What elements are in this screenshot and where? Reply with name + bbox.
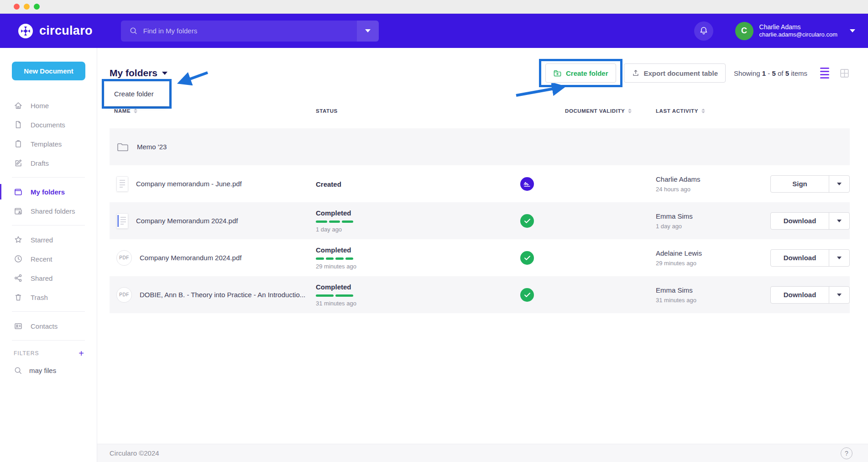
sidebar-divider <box>12 177 85 178</box>
download-button[interactable]: Download <box>771 287 829 303</box>
grid-view-button[interactable] <box>839 68 850 79</box>
sidebar-divider <box>12 225 85 226</box>
window-close-button[interactable] <box>14 4 20 10</box>
search-icon <box>129 26 138 35</box>
sidebar-item-documents[interactable]: Documents <box>0 115 97 134</box>
download-button[interactable]: Download <box>771 213 829 229</box>
export-icon <box>632 69 640 77</box>
table-row-document[interactable]: PDF Company Memorandum 2024.pdf Complete… <box>110 239 850 276</box>
create-folder-menu-item[interactable]: Create folder <box>105 82 169 106</box>
action-menu-button[interactable] <box>829 287 849 303</box>
check-icon <box>524 218 531 224</box>
action-split-button: Download <box>770 286 850 304</box>
status-time: 31 minutes ago <box>316 300 356 307</box>
action-menu-button[interactable] <box>829 250 849 266</box>
table-row-document[interactable]: PDF DOBIE, Ann B. - Theory into Practice… <box>110 276 850 313</box>
column-header-last-activity[interactable]: LAST ACTIVITY <box>656 108 705 114</box>
valid-check-icon <box>520 214 534 228</box>
workflow-progress-bar <box>316 294 353 297</box>
toolbar-actions: Create folder Export document table Show… <box>539 59 850 87</box>
user-email: charlie.adams@circularo.com <box>759 31 837 38</box>
sidebar-item-contacts[interactable]: Contacts <box>0 316 97 336</box>
sidebar-item-label: Recent <box>31 255 52 263</box>
folder-icon <box>116 142 129 152</box>
sidebar-item-templates[interactable]: Templates <box>0 134 97 153</box>
id-card-icon <box>14 321 23 331</box>
search-icon <box>14 366 22 375</box>
sidebar-item-trash[interactable]: Trash <box>0 288 97 307</box>
chevron-down-icon <box>365 29 371 32</box>
page-title-dropdown[interactable]: My folders <box>110 68 167 79</box>
check-icon <box>524 255 531 261</box>
activity-user: Adelaine Lewis <box>656 249 702 257</box>
activity-user: Emma Sims <box>656 286 696 294</box>
document-preview-icon <box>116 213 128 229</box>
status-cell: Completed 29 minutes ago <box>316 246 356 270</box>
pdf-file-icon: PDF <box>116 287 132 303</box>
activity-time: 24 hours ago <box>656 186 701 193</box>
copyright-text: Circularo ©2024 <box>110 449 159 457</box>
notifications-button[interactable] <box>694 21 713 41</box>
search-scope-dropdown[interactable] <box>357 21 379 42</box>
chevron-down-icon <box>850 29 855 32</box>
table-row-folder[interactable]: Memo '23 <box>110 128 850 165</box>
sign-button[interactable]: Sign <box>771 176 829 192</box>
sidebar: New Document Home Documents Templates Dr… <box>0 48 97 462</box>
export-document-table-button[interactable]: Export document table <box>624 63 726 83</box>
status-label: Completed <box>316 246 356 254</box>
column-header-document-validity[interactable]: DOCUMENT VALIDITY <box>565 108 632 114</box>
chevron-down-icon <box>837 183 842 185</box>
column-header-status[interactable]: STATUS <box>316 108 338 114</box>
status-time: 29 minutes ago <box>316 263 356 270</box>
document-name: Company memorandum - June.pdf <box>136 180 242 188</box>
search-input[interactable] <box>143 27 357 35</box>
sidebar-item-my-folders[interactable]: My folders <box>0 182 97 201</box>
annotation-highlight-box: Create folder <box>102 79 172 109</box>
shared-folder-icon <box>14 206 23 215</box>
action-menu-button[interactable] <box>829 176 849 192</box>
download-button[interactable]: Download <box>771 250 829 266</box>
new-document-button[interactable]: New Document <box>12 62 85 80</box>
window-zoom-button[interactable] <box>34 4 40 10</box>
help-button[interactable]: ? <box>841 447 852 459</box>
main-content: My folders Create folder Export d <box>97 48 868 444</box>
sidebar-item-recent[interactable]: Recent <box>0 249 97 268</box>
table-row-document[interactable]: Company memorandum - June.pdf Created Ch… <box>110 165 850 202</box>
column-header-name[interactable]: NAME <box>114 108 137 114</box>
brand-logo[interactable]: circularo <box>17 23 93 39</box>
user-menu[interactable]: C Charlie Adams charlie.adams@circularo.… <box>735 22 855 40</box>
sort-icon <box>701 109 705 113</box>
sidebar-item-drafts[interactable]: Drafts <box>0 153 97 173</box>
table-row-document[interactable]: Company Memorandum 2024.pdf Completed 1 … <box>110 202 850 239</box>
filters-header: FILTERS + <box>0 345 97 358</box>
view-switcher <box>820 68 850 79</box>
document-name: DOBIE, Ann B. - Theory into Practice - A… <box>140 291 305 299</box>
pdf-file-icon: PDF <box>116 250 132 266</box>
list-view-button[interactable] <box>820 68 829 79</box>
saved-filter-may-files[interactable]: may files <box>0 366 97 375</box>
filters-label: FILTERS <box>14 350 39 357</box>
folder-name: Memo '23 <box>137 143 167 151</box>
action-menu-button[interactable] <box>829 213 849 229</box>
add-filter-button[interactable]: + <box>78 349 84 358</box>
saved-filter-label: may files <box>29 367 56 374</box>
activity-time: 29 minutes ago <box>656 260 702 267</box>
sidebar-item-label: Shared folders <box>31 207 75 215</box>
last-activity-cell: Charlie Adams 24 hours ago <box>656 175 701 193</box>
sidebar-item-shared[interactable]: Shared <box>0 268 97 288</box>
status-cell: Completed 31 minutes ago <box>316 283 356 307</box>
status-label: Completed <box>316 283 356 291</box>
pencil-square-icon <box>14 158 23 168</box>
avatar: C <box>735 22 753 40</box>
sidebar-divider <box>12 311 85 312</box>
header-actions: C Charlie Adams charlie.adams@circularo.… <box>694 21 855 41</box>
chevron-down-icon <box>837 220 842 222</box>
create-folder-button[interactable]: Create folder <box>545 63 616 83</box>
sidebar-item-shared-folders[interactable]: Shared folders <box>0 201 97 220</box>
sidebar-item-starred[interactable]: Starred <box>0 230 97 249</box>
action-split-button: Download <box>770 212 850 230</box>
chevron-down-icon <box>162 72 167 75</box>
sidebar-item-home[interactable]: Home <box>0 96 97 115</box>
workflow-progress-bar <box>316 220 353 223</box>
window-minimize-button[interactable] <box>24 4 30 10</box>
